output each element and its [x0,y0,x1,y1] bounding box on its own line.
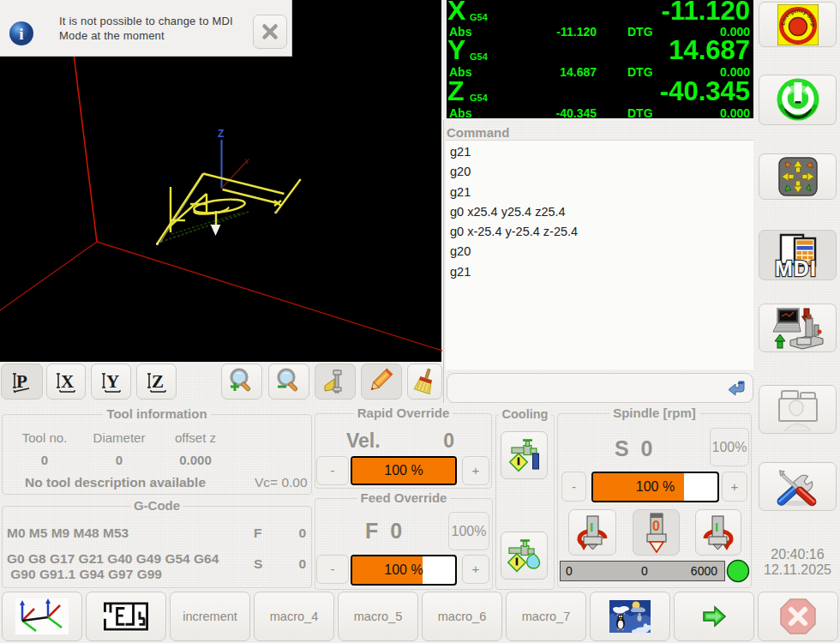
svg-text:I: I [590,520,593,534]
svg-text:0: 0 [652,519,660,533]
svg-text:I: I [715,520,718,534]
svg-text:Z: Z [152,371,164,392]
svg-text:MDI: MDI [775,256,817,278]
svg-text:Y: Y [244,157,249,165]
svg-text:X: X [61,371,74,392]
svg-text:Z: Z [218,128,224,140]
svg-text:Y: Y [106,371,119,392]
svg-text:i: i [19,25,23,43]
